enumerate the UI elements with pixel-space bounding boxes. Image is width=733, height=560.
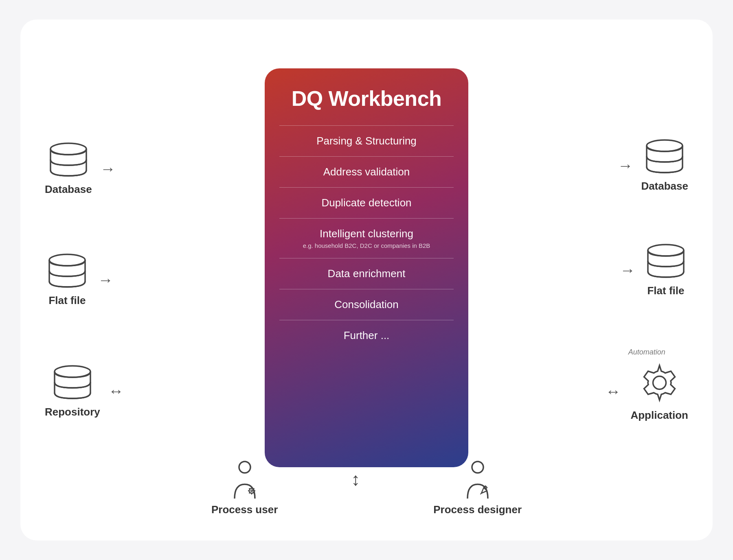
right-flatfile-label: Flat file [647,284,684,297]
dq-item-duplicate-label: Duplicate detection [321,197,411,209]
process-designer-item: Process designer [433,460,522,516]
left-database-arrow: → [100,161,116,177]
svg-point-6 [239,462,250,473]
dq-item-enrichment: Data enrichment [279,258,454,289]
dq-workbench-title: DQ Workbench [292,86,442,111]
process-user-label: Process user [211,503,278,516]
svg-point-5 [653,376,666,389]
database-icon-right [642,138,687,175]
process-user-item: Process user [211,460,278,516]
main-container: Database → Flat file → [20,20,713,540]
flatfile-icon-left [45,253,90,289]
left-flatfile-arrow: → [98,272,113,288]
right-application-item: Application [630,361,688,422]
left-repository-label: Repository [45,406,100,418]
right-flatfile-arrow: → [620,262,635,278]
dq-workbench-card: DQ Workbench Parsing & Structuring Addre… [265,68,468,467]
process-designer-label: Process designer [433,503,522,516]
svg-point-17 [472,462,483,473]
right-database-row: → Database [617,138,688,192]
right-flatfile-row: → Flat file [620,243,688,297]
right-column: → Database → [605,113,688,447]
left-database-label: Database [45,183,92,196]
right-database-label: Database [641,180,688,192]
dq-item-further-label: Further ... [344,329,390,341]
right-application-row: Automation ↔ Application [605,348,688,422]
repository-icon [50,364,95,401]
dq-item-consolidation-label: Consolidation [334,298,399,311]
right-database-arrow: → [617,158,633,173]
dq-item-further: Further ... [279,320,454,351]
dq-item-consolidation: Consolidation [279,289,454,320]
left-database-row: Database → [45,142,116,196]
left-repository-row: Repository ↔ [45,364,124,418]
process-designer-icon [459,460,496,499]
right-flatfile-item: Flat file [643,243,688,297]
dq-item-address-label: Address validation [323,166,410,178]
right-application-label: Application [630,409,688,422]
left-column: Database → Flat file → [45,113,124,447]
vertical-arrow: ↕ [351,470,360,488]
left-repository-item: Repository [45,364,100,418]
left-database-item: Database [45,142,92,196]
dq-item-clustering: Intelligent clustering e.g. household B2… [279,218,454,258]
right-application-arrow: ↔ [605,384,621,399]
flatfile-icon-right [643,243,688,280]
dq-item-address: Address validation [279,156,454,187]
svg-point-8 [251,490,252,492]
left-flatfile-label: Flat file [48,294,86,307]
automation-label: Automation [628,348,665,357]
right-database-item: Database [641,138,688,192]
dq-item-parsing: Parsing & Structuring [279,125,454,156]
left-flatfile-row: Flat file → [45,253,113,307]
process-user-icon [226,460,263,499]
database-icon [46,142,91,178]
left-flatfile-item: Flat file [45,253,90,307]
left-repository-arrow: ↔ [108,383,124,399]
dq-item-parsing-label: Parsing & Structuring [316,135,417,147]
svg-line-13 [249,488,250,489]
dq-item-enrichment-label: Data enrichment [328,267,406,280]
dq-item-clustering-sub: e.g. household B2C, D2C or companies in … [283,242,450,249]
gear-icon [638,361,681,404]
bottom-row: Process user ↕ Process designer [20,460,713,516]
svg-line-15 [249,492,250,493]
dq-item-duplicate: Duplicate detection [279,187,454,218]
svg-line-16 [253,488,254,489]
svg-line-14 [253,492,254,493]
dq-item-clustering-label: Intelligent clustering [320,228,413,240]
dq-items-list: Parsing & Structuring Address validation… [279,125,454,351]
